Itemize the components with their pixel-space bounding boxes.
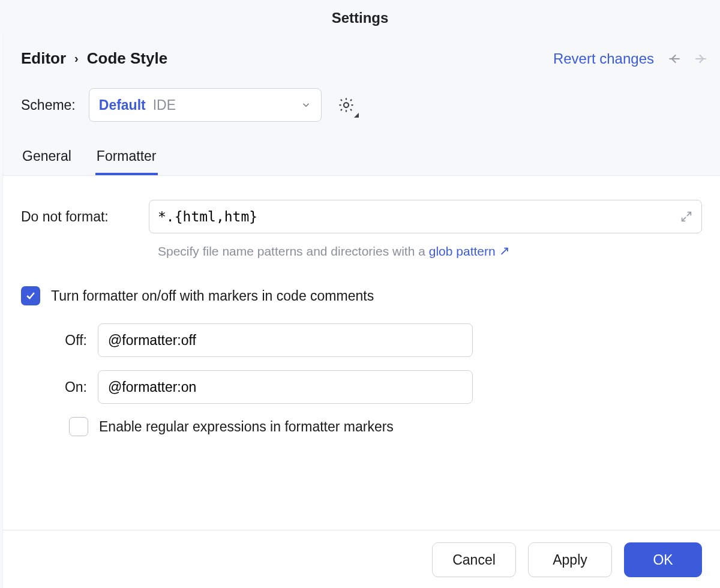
breadcrumb: Editor › Code Style (21, 49, 167, 68)
dialog-footer: Cancel Apply OK (3, 530, 720, 588)
scheme-scope: IDE (153, 97, 176, 113)
markers-toggle-checkbox[interactable] (21, 286, 40, 305)
marker-off-label: Off: (45, 332, 87, 349)
breadcrumb-separator: › (74, 52, 79, 65)
regex-label: Enable regular expressions in formatter … (99, 419, 394, 435)
window-title: Settings (0, 0, 720, 32)
forward-arrow-icon[interactable] (694, 51, 709, 67)
glob-pattern-link[interactable]: glob pattern ↗ (429, 244, 510, 258)
external-link-icon: ↗ (499, 244, 510, 258)
marker-off-field[interactable] (108, 332, 463, 349)
tab-formatter[interactable]: Formatter (95, 142, 158, 175)
regex-checkbox[interactable] (69, 417, 88, 436)
do-not-format-input[interactable] (149, 200, 702, 233)
marker-on-label: On: (45, 379, 87, 395)
dropdown-corner-icon (354, 113, 359, 118)
breadcrumb-editor[interactable]: Editor (21, 49, 66, 68)
svg-point-0 (344, 103, 349, 107)
revert-changes-link[interactable]: Revert changes (553, 50, 654, 67)
tab-general[interactable]: General (21, 142, 73, 175)
expand-icon[interactable] (680, 210, 693, 223)
scheme-actions-button[interactable] (335, 94, 358, 116)
marker-off-input[interactable] (98, 323, 473, 357)
scheme-value: Default (99, 97, 146, 113)
apply-button[interactable]: Apply (528, 542, 612, 577)
cancel-button[interactable]: Cancel (432, 542, 516, 577)
marker-on-field[interactable] (108, 379, 463, 395)
check-icon (25, 290, 37, 302)
markers-toggle-label: Turn formatter on/off with markers in co… (51, 288, 374, 304)
do-not-format-label: Do not format: (21, 209, 138, 225)
scheme-label: Scheme: (21, 97, 76, 113)
ok-button[interactable]: OK (624, 542, 702, 577)
hint-text: Specify file name patterns and directori… (158, 244, 702, 259)
scheme-select[interactable]: Default IDE (89, 88, 322, 122)
breadcrumb-code-style[interactable]: Code Style (87, 49, 167, 68)
do-not-format-field[interactable] (158, 209, 680, 224)
tabs: General Formatter (3, 142, 720, 176)
gear-icon (337, 96, 355, 114)
chevron-down-icon (301, 100, 311, 110)
marker-on-input[interactable] (98, 370, 473, 404)
back-arrow-icon[interactable] (666, 51, 682, 67)
